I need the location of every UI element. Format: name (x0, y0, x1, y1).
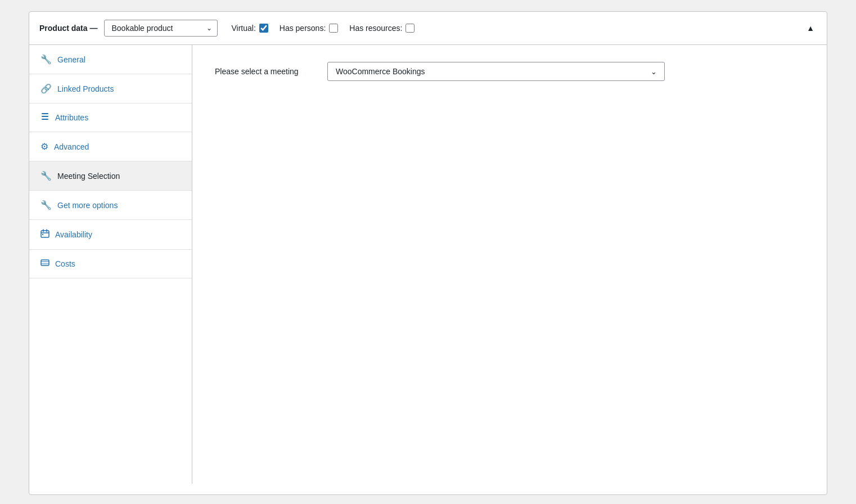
sidebar-item-attributes[interactable]: Attributes (29, 104, 192, 132)
sidebar-item-availability-label: Availability (55, 230, 92, 239)
svg-rect-3 (41, 231, 49, 237)
product-data-panel: Product data — Simple product Grouped pr… (29, 11, 827, 495)
meeting-wrench-icon: 🔧 (40, 170, 52, 181)
sidebar-item-general[interactable]: 🔧 General (29, 45, 192, 74)
virtual-checkbox[interactable] (259, 24, 268, 33)
sidebar-item-advanced[interactable]: ⚙ Advanced (29, 132, 192, 161)
sidebar-item-attributes-label: Attributes (55, 113, 88, 122)
sidebar-item-meeting-selection-label: Meeting Selection (57, 172, 120, 181)
costs-icon (40, 259, 49, 269)
sidebar-item-costs[interactable]: Costs (29, 250, 192, 278)
meeting-field-row: Please select a meeting WooCommerce Book… (215, 62, 804, 81)
sidebar-item-linked-products-label: Linked Products (57, 84, 114, 93)
svg-rect-5 (41, 260, 49, 266)
product-type-select[interactable]: Simple product Grouped product External/… (104, 20, 218, 37)
sidebar-item-availability[interactable]: Availability (29, 220, 192, 250)
gear-icon: ⚙ (40, 141, 48, 152)
meeting-select-wrapper: WooCommerce Bookings ⌄ (327, 62, 665, 81)
sidebar-item-linked-products[interactable]: 🔗 Linked Products (29, 74, 192, 104)
wrench-icon: 🔧 (40, 54, 52, 65)
has-persons-option[interactable]: Has persons: (280, 24, 338, 33)
product-type-select-wrapper: Simple product Grouped product External/… (104, 20, 218, 37)
sidebar-item-get-more-options[interactable]: 🔧 Get more options (29, 191, 192, 220)
has-resources-checkbox[interactable] (406, 24, 415, 33)
collapse-button[interactable]: ▲ (804, 21, 817, 35)
svg-rect-1 (42, 116, 48, 117)
meeting-select[interactable]: WooCommerce Bookings (327, 62, 665, 81)
link-icon: 🔗 (40, 83, 52, 94)
sidebar-item-costs-label: Costs (55, 259, 75, 268)
has-resources-label: Has resources: (349, 24, 402, 33)
sidebar-item-advanced-label: Advanced (54, 142, 89, 151)
list-icon (40, 112, 49, 123)
calendar-icon (40, 229, 49, 240)
sidebar: 🔧 General 🔗 Linked Products Attributes (29, 45, 192, 484)
virtual-option[interactable]: Virtual: (231, 24, 268, 33)
has-persons-label: Has persons: (280, 24, 326, 33)
meeting-field-label: Please select a meeting (215, 67, 316, 76)
get-more-wrench-icon: 🔧 (40, 200, 52, 210)
svg-rect-0 (42, 113, 48, 114)
main-content: Please select a meeting WooCommerce Book… (192, 45, 827, 484)
has-persons-checkbox[interactable] (329, 24, 338, 33)
sidebar-item-meeting-selection[interactable]: 🔧 Meeting Selection (29, 161, 192, 191)
virtual-label: Virtual: (231, 24, 255, 33)
panel-body: 🔧 General 🔗 Linked Products Attributes (29, 45, 827, 484)
panel-header: Product data — Simple product Grouped pr… (29, 12, 827, 45)
svg-rect-2 (42, 119, 48, 120)
sidebar-item-general-label: General (57, 55, 85, 64)
panel-title: Product data — (39, 24, 97, 33)
sidebar-item-get-more-options-label: Get more options (57, 201, 118, 210)
header-options: Virtual: Has persons: Has resources: (231, 24, 415, 33)
svg-rect-4 (42, 234, 43, 235)
has-resources-option[interactable]: Has resources: (349, 24, 415, 33)
